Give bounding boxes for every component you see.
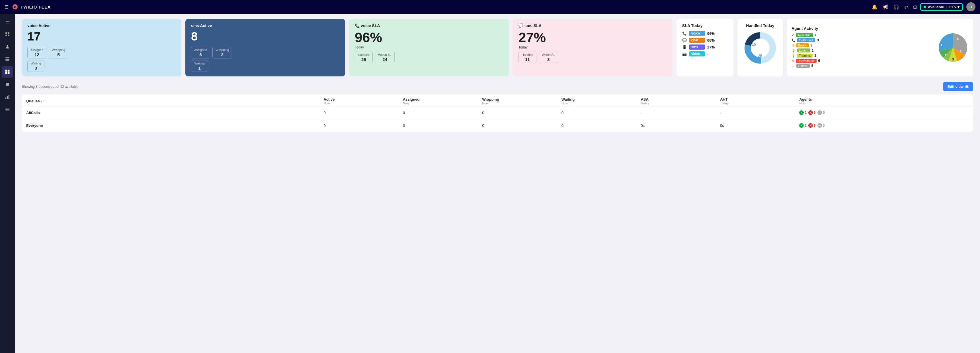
outbound-symbol: 📞 [792, 38, 795, 42]
agent-legend-offline: — Offline: 5 [792, 64, 933, 68]
sla-today-card: SLA Today 📞 voice 96% 💬 chat 66% 📱 sms [676, 19, 733, 77]
allcalls-green-count: 1 [805, 111, 807, 115]
everyone-aht: 0s [716, 119, 795, 132]
handled-donut: 15 11 25 [743, 31, 777, 65]
svg-rect-10 [5, 72, 7, 74]
apps-icon[interactable]: ⊞ [913, 4, 917, 10]
sidebar-item-queues[interactable] [2, 29, 13, 40]
table-header-section: Showing 8 queues out of 12 available Edi… [22, 82, 973, 91]
edit-view-icon: ☰ [965, 85, 969, 89]
agent-legend-break: ⏸ Break: 3 [792, 43, 933, 47]
sla-today-chat-row: 💬 chat 66% [682, 38, 728, 43]
voice-wrapping-value: 5 [52, 52, 65, 57]
sidebar-item-menu[interactable]: ☰ [2, 16, 13, 27]
agent-legend-unavailable: ✕ Unavailable: 0 [792, 59, 933, 63]
sidebar-item-active[interactable] [2, 66, 13, 78]
sms-wrapping-value: 2 [216, 52, 229, 57]
everyone-asa: 0s [636, 119, 716, 132]
pie-label-lunch: 1 [944, 53, 946, 57]
sms-assigned-badge: Assigned 6 [191, 47, 210, 59]
red-x-icon: ✕ [808, 110, 813, 115]
col-header-queues[interactable]: Queues ↑ [22, 94, 319, 106]
available-label: Available: [796, 33, 813, 37]
sms-sla-today: Today [519, 45, 667, 50]
allcalls-asa: - [636, 106, 716, 119]
svg-rect-11 [8, 72, 10, 74]
pie-chart-svg: 5 3 3 1 1 2 [937, 32, 969, 63]
available-count: 1 [815, 33, 817, 37]
sms-assigned-value: 6 [194, 52, 207, 57]
sms-active-badges: Assigned 6 Wrapping 2 [191, 47, 339, 59]
sms-waiting-label: Waiting [194, 62, 205, 65]
green-check-icon: ✓ [799, 123, 804, 128]
sms-assigned-label: Assigned [194, 48, 207, 52]
sms-sla-within-value: 3 [542, 57, 555, 62]
voice-active-badges: Assigned 12 Wrapping 5 [27, 47, 176, 59]
svg-rect-6 [5, 59, 10, 60]
everyone-wrapping: 0 [477, 119, 557, 132]
status-badge[interactable]: Available | 2:15 ▾ [920, 3, 963, 11]
sla-chat-icon: 💬 [682, 38, 687, 43]
main-content: voice Active 17 Assigned 12 Wrapping 5 W… [15, 14, 980, 353]
avatar[interactable]: U [966, 2, 975, 11]
app-layout: ☰ voice Active 17 [0, 14, 980, 353]
voice-sla-within-value: 24 [378, 57, 391, 62]
outbound-count: 3 [817, 38, 819, 42]
everyone-assigned: 0 [398, 119, 478, 132]
break-count: 3 [811, 43, 813, 47]
available-symbol: ✓ [792, 33, 794, 37]
notification-icon[interactable]: 🔔 [872, 4, 878, 10]
unavailable-label: Unavailable: [796, 59, 816, 63]
break-symbol: ⏸ [792, 44, 795, 47]
sms-active-title: sms Active [191, 23, 339, 28]
voice-sla-today: Today [355, 45, 503, 50]
voice-sla-within-label: Within SL [378, 53, 391, 56]
voice-sla-handled-label: Handled [358, 53, 369, 56]
svg-rect-15 [5, 108, 10, 109]
outbound-label: Outbound: [797, 38, 815, 42]
svg-rect-16 [5, 109, 10, 110]
svg-rect-12 [5, 97, 6, 99]
sla-today-video-row: 📷 video - [682, 51, 728, 56]
sidebar-item-messages[interactable] [2, 79, 13, 90]
table-row: AllCalls 0 0 0 0 - - ✓ 1 [22, 106, 973, 119]
status-separator: | [945, 5, 947, 9]
voice-sla-badges: Handled 25 Within SL 24 [355, 52, 503, 63]
pie-label-offline: 5 [957, 37, 959, 40]
queues-table-body: AllCalls 0 0 0 0 - - ✓ 1 [22, 106, 973, 132]
menu-icon[interactable]: ☰ [5, 4, 8, 10]
training-label: Training: [797, 54, 813, 58]
headset-icon[interactable]: 🎧 [893, 4, 899, 10]
sidebar-item-tasks[interactable] [2, 54, 13, 65]
topnav-icon-group: 🔔 📢 🎧 ⇄ ⊞ [872, 4, 917, 10]
queues-table: Queues ↑ Active Now Assigned Now Wrappin… [22, 94, 973, 132]
voice-active-title: voice Active [27, 23, 176, 28]
voice-active-number: 17 [27, 30, 176, 43]
broadcast-icon[interactable]: 📢 [883, 4, 888, 10]
sla-today-title: SLA Today [682, 23, 728, 28]
everyone-agents: ✓ 1 ✕ 9 — 5 [795, 119, 973, 132]
sidebar-item-reports[interactable] [2, 91, 13, 103]
sla-sms-pct: 27% [707, 45, 714, 50]
lunch-symbol: 💡 [792, 49, 795, 53]
allcalls-wrapping: 0 [477, 106, 557, 119]
edit-view-label: Edit view [948, 85, 964, 89]
break-label: Break: [796, 43, 809, 47]
transfer-icon[interactable]: ⇄ [904, 4, 908, 10]
allcalls-gray-badge: — 5 [818, 110, 825, 115]
svg-rect-13 [7, 96, 8, 99]
sidebar-item-list[interactable] [2, 104, 13, 115]
sla-video-icon: 📷 [682, 52, 687, 56]
everyone-gray-badge: — 5 [818, 123, 825, 128]
voice-sla-card: 📞 voice SLA 96% Today Handled 25 Within … [349, 19, 509, 77]
pie-label-available: 1 [941, 43, 942, 47]
queue-name-allcalls: AllCalls [22, 106, 319, 119]
training-symbol: 💡 [792, 54, 795, 58]
edit-view-button[interactable]: Edit view ☰ [943, 82, 973, 91]
voice-waiting-value: 3 [30, 65, 41, 70]
col-header-agents: Agents Now [795, 94, 973, 106]
col-header-active: Active Now [319, 94, 398, 106]
everyone-waiting: 0 [557, 119, 636, 132]
sidebar-item-agent[interactable] [2, 41, 13, 53]
sla-today-voice-row: 📞 voice 96% [682, 31, 728, 36]
